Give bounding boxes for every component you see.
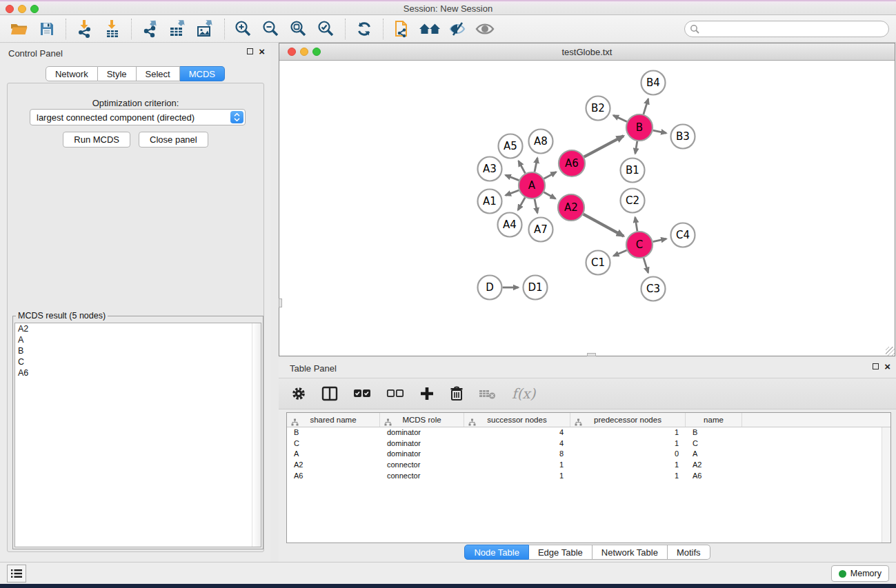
show-column-icon[interactable] (321, 386, 338, 401)
column-header-predecessor-nodes[interactable]: predecessor nodes (570, 413, 686, 427)
mcds-result-item[interactable]: A (15, 334, 261, 345)
table-cell[interactable]: connector (380, 460, 464, 471)
table-cell[interactable]: dominator (380, 427, 464, 438)
table-row[interactable]: Bdominator41B (287, 427, 890, 438)
node-table[interactable]: shared nameMCDS rolesuccessor nodesprede… (286, 412, 891, 543)
close-table-panel-icon[interactable]: × (884, 363, 890, 370)
table-cell[interactable]: 8 (464, 449, 570, 460)
network-window-titlebar[interactable]: testGlobe.txt (279, 43, 895, 61)
graph-edge-A-A4[interactable] (518, 197, 525, 210)
graph-edge-A6-B[interactable] (584, 136, 624, 156)
graph-edge-C-C2[interactable] (635, 217, 637, 231)
close-panel-button[interactable]: Close panel (139, 132, 208, 148)
graph-edge-B-B2[interactable] (613, 115, 627, 121)
table-cell[interactable]: 4 (464, 438, 570, 449)
table-cell[interactable]: 1 (570, 471, 686, 482)
graph-edge-C-C4[interactable] (653, 239, 667, 241)
memory-button[interactable]: Memory (831, 565, 889, 582)
hide-graphics-details-icon[interactable] (444, 17, 471, 41)
table-cell[interactable]: A6 (686, 471, 742, 482)
graph-edge-A-A7[interactable] (535, 199, 537, 213)
table-cell[interactable]: C (686, 438, 742, 449)
zoom-selected-icon[interactable] (312, 17, 340, 41)
search-field[interactable] (684, 21, 889, 37)
table-cell[interactable]: A2 (287, 460, 380, 471)
settings-gear-icon[interactable] (291, 386, 306, 401)
table-scrollbar[interactable] (882, 427, 890, 543)
table-cell[interactable]: 1 (570, 427, 686, 438)
table-cell[interactable]: 1 (570, 438, 686, 449)
select-all-checks-icon[interactable] (353, 389, 371, 398)
search-input[interactable] (703, 22, 883, 36)
tab-mcds[interactable]: MCDS (180, 66, 225, 81)
tab-network-table[interactable]: Network Table (593, 545, 668, 560)
graph-edge-A-A1[interactable] (506, 190, 519, 195)
graph-edge-C-C1[interactable] (613, 250, 626, 256)
import-table-icon[interactable] (99, 17, 126, 41)
delete-table-icon[interactable] (479, 387, 497, 400)
graph-edge-A2-C[interactable] (584, 214, 624, 236)
graph-edge-A-A8[interactable] (535, 158, 537, 172)
graph-edge-B-B3[interactable] (653, 130, 666, 133)
table-cell[interactable]: 1 (464, 460, 570, 471)
table-row[interactable]: Cdominator41C (287, 438, 890, 449)
table-cell[interactable]: A2 (686, 460, 742, 471)
graph-edge-C-C3[interactable] (644, 258, 648, 273)
table-cell[interactable]: 0 (570, 449, 686, 460)
graph-edge-A-A2[interactable] (544, 192, 555, 199)
column-header-name[interactable]: name (686, 413, 742, 427)
network-graph[interactable]: B4B2BB3B1A5A8A6A3AA1A4A7A2C2C1CC4C3DD1 (279, 61, 895, 356)
tab-network[interactable]: Network (46, 66, 98, 81)
table-cell[interactable]: dominator (380, 438, 464, 449)
table-cell[interactable]: B (287, 427, 380, 438)
deselect-all-checks-icon[interactable] (386, 389, 404, 398)
export-image-icon[interactable] (192, 17, 219, 41)
export-network-icon[interactable] (137, 17, 164, 41)
tab-select[interactable]: Select (137, 66, 180, 81)
mcds-result-item[interactable]: C (15, 356, 261, 367)
mcds-result-item[interactable]: B (15, 345, 261, 356)
zoom-in-icon[interactable] (230, 17, 257, 41)
table-row[interactable]: Adominator80A (287, 449, 890, 460)
table-cell[interactable]: dominator (380, 449, 464, 460)
mcds-result-item[interactable]: A2 (15, 323, 261, 334)
import-network-icon[interactable] (71, 17, 99, 41)
tab-node-table[interactable]: Node Table (464, 545, 529, 560)
open-session-icon[interactable] (6, 17, 33, 41)
graph-edge-A-A5[interactable] (519, 161, 526, 174)
tab-motifs[interactable]: Motifs (668, 545, 710, 560)
task-history-button[interactable] (7, 565, 26, 582)
refresh-icon[interactable] (350, 17, 378, 41)
graph-edge-B-B1[interactable] (635, 141, 637, 154)
column-header-successor-nodes[interactable]: successor nodes (464, 413, 570, 427)
show-graphics-details-icon[interactable] (471, 17, 499, 41)
close-panel-icon[interactable]: × (259, 48, 265, 55)
window-resize-grip[interactable] (886, 347, 895, 356)
delete-row-icon[interactable] (450, 386, 464, 401)
table-cell[interactable]: 1 (570, 460, 686, 471)
column-header-mcds-role[interactable]: MCDS role (380, 413, 464, 427)
table-cell[interactable]: A6 (287, 471, 380, 482)
criterion-dropdown[interactable]: largest connected component (directed) (30, 109, 246, 125)
save-session-icon[interactable] (33, 17, 61, 41)
table-row[interactable]: A2connector11A2 (287, 460, 890, 471)
table-cell[interactable]: A (287, 449, 380, 460)
table-row[interactable]: A6connector11A6 (287, 471, 890, 482)
mcds-result-item[interactable]: A6 (15, 367, 261, 378)
result-scrollbar[interactable] (252, 323, 261, 547)
table-cell[interactable]: B (686, 427, 742, 438)
network-from-file-icon[interactable] (388, 17, 416, 41)
export-table-icon[interactable] (164, 17, 192, 41)
left-splitter-handle[interactable] (279, 298, 282, 307)
float-panel-icon[interactable] (247, 48, 253, 54)
table-cell[interactable]: connector (380, 471, 464, 482)
function-builder-icon[interactable]: f(x) (512, 385, 535, 402)
zoom-fit-icon[interactable] (285, 17, 312, 41)
tab-style[interactable]: Style (98, 66, 137, 81)
table-cell[interactable]: C (287, 438, 380, 449)
bottom-splitter-handle[interactable] (587, 353, 596, 356)
column-header-shared-name[interactable]: shared name (287, 413, 380, 427)
table-cell[interactable]: A (686, 449, 742, 460)
table-cell[interactable]: 4 (464, 427, 570, 438)
table-cell[interactable]: 1 (464, 471, 570, 482)
